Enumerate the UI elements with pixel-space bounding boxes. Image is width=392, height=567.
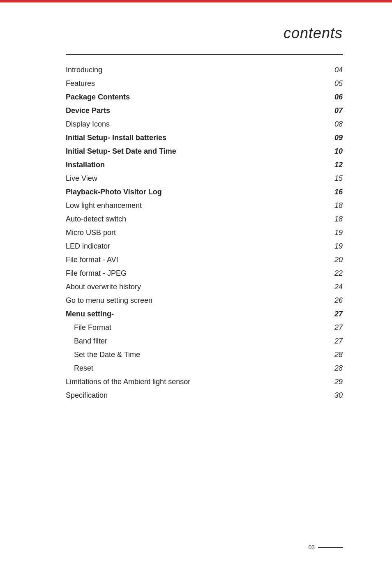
toc-page-band-filter: 27 bbox=[287, 334, 343, 348]
toc-row-initial-setup-install: Initial Setup- Install batteries09 bbox=[66, 131, 343, 145]
toc-row-live-view: Live View15 bbox=[66, 172, 343, 185]
toc-row-features: Features05 bbox=[66, 77, 343, 90]
toc-label-set-date-time: Set the Date & Time bbox=[66, 348, 287, 362]
toc-page-micro-usb: 19 bbox=[287, 226, 343, 240]
toc-label-installation: Installation bbox=[66, 158, 287, 172]
page-title: contents bbox=[284, 25, 343, 42]
toc-row-file-format: File Format27 bbox=[66, 321, 343, 334]
toc-label-file-format-jpeg: File format - JPEG bbox=[66, 267, 287, 280]
toc-page-package-contents: 06 bbox=[287, 90, 343, 104]
toc-label-reset: Reset bbox=[66, 362, 287, 375]
divider bbox=[66, 54, 343, 55]
toc-label-limitations: Limitations of the Ambient light sensor bbox=[66, 375, 287, 389]
toc-page-limitations: 29 bbox=[287, 375, 343, 389]
toc-page-features: 05 bbox=[287, 77, 343, 90]
toc-label-initial-setup-date: Initial Setup- Set Date and Time bbox=[66, 145, 287, 158]
toc-page-installation: 12 bbox=[287, 158, 343, 172]
toc-row-about-overwrite: About overwrite history24 bbox=[66, 280, 343, 294]
toc-label-display-icons: Display Icons bbox=[66, 118, 287, 131]
toc-label-band-filter: Band filter bbox=[66, 334, 287, 348]
toc-row-playback-photo: Playback-Photo Visitor Log16 bbox=[66, 185, 343, 199]
toc-row-limitations: Limitations of the Ambient light sensor2… bbox=[66, 375, 343, 389]
toc-row-menu-setting: Menu setting-27 bbox=[66, 307, 343, 321]
toc-page-low-light: 18 bbox=[287, 199, 343, 212]
toc-page-set-date-time: 28 bbox=[287, 348, 343, 362]
toc-page-file-format-jpeg: 22 bbox=[287, 267, 343, 280]
toc-table: Introducing04Features05Package Contents0… bbox=[66, 63, 343, 402]
footer-line bbox=[318, 547, 343, 548]
toc-page-playback-photo: 16 bbox=[287, 185, 343, 199]
toc-page-go-to-menu: 26 bbox=[287, 294, 343, 307]
toc-row-go-to-menu: Go to menu setting screen26 bbox=[66, 294, 343, 307]
footer: 03 bbox=[308, 544, 343, 551]
footer-page-number: 03 bbox=[308, 544, 315, 551]
toc-page-live-view: 15 bbox=[287, 172, 343, 185]
toc-row-specification: Specification30 bbox=[66, 389, 343, 402]
toc-label-device-parts: Device Parts bbox=[66, 104, 287, 118]
toc-page-led-indicator: 19 bbox=[287, 240, 343, 253]
toc-label-playback-photo: Playback-Photo Visitor Log bbox=[66, 185, 287, 199]
toc-label-auto-detect: Auto-detect switch bbox=[66, 212, 287, 226]
toc-label-micro-usb: Micro USB port bbox=[66, 226, 287, 240]
toc-page-initial-setup-date: 10 bbox=[287, 145, 343, 158]
toc-row-reset: Reset28 bbox=[66, 362, 343, 375]
toc-page-specification: 30 bbox=[287, 389, 343, 402]
toc-row-low-light: Low light enhancement18 bbox=[66, 199, 343, 212]
toc-page-file-format-avi: 20 bbox=[287, 253, 343, 267]
toc-label-file-format: File Format bbox=[66, 321, 287, 334]
toc-label-live-view: Live View bbox=[66, 172, 287, 185]
toc-row-set-date-time: Set the Date & Time28 bbox=[66, 348, 343, 362]
toc-page-introducing: 04 bbox=[287, 63, 343, 77]
toc-label-about-overwrite: About overwrite history bbox=[66, 280, 287, 294]
toc-label-led-indicator: LED indicator bbox=[66, 240, 287, 253]
page-container: contents Introducing04Features05Package … bbox=[0, 0, 392, 435]
title-row: contents bbox=[66, 25, 343, 42]
toc-label-menu-setting: Menu setting- bbox=[66, 307, 287, 321]
toc-row-introducing: Introducing04 bbox=[66, 63, 343, 77]
toc-page-initial-setup-install: 09 bbox=[287, 131, 343, 145]
toc-page-file-format: 27 bbox=[287, 321, 343, 334]
toc-page-reset: 28 bbox=[287, 362, 343, 375]
toc-row-file-format-avi: File format - AVI20 bbox=[66, 253, 343, 267]
toc-label-initial-setup-install: Initial Setup- Install batteries bbox=[66, 131, 287, 145]
toc-row-file-format-jpeg: File format - JPEG22 bbox=[66, 267, 343, 280]
toc-row-package-contents: Package Contents06 bbox=[66, 90, 343, 104]
toc-label-go-to-menu: Go to menu setting screen bbox=[66, 294, 287, 307]
toc-row-installation: Installation12 bbox=[66, 158, 343, 172]
toc-label-features: Features bbox=[66, 77, 287, 90]
toc-page-about-overwrite: 24 bbox=[287, 280, 343, 294]
toc-page-display-icons: 08 bbox=[287, 118, 343, 131]
toc-page-menu-setting: 27 bbox=[287, 307, 343, 321]
toc-label-file-format-avi: File format - AVI bbox=[66, 253, 287, 267]
toc-label-introducing: Introducing bbox=[66, 63, 287, 77]
toc-row-band-filter: Band filter27 bbox=[66, 334, 343, 348]
toc-row-display-icons: Display Icons08 bbox=[66, 118, 343, 131]
toc-row-initial-setup-date: Initial Setup- Set Date and Time10 bbox=[66, 145, 343, 158]
toc-row-device-parts: Device Parts07 bbox=[66, 104, 343, 118]
toc-page-device-parts: 07 bbox=[287, 104, 343, 118]
toc-page-auto-detect: 18 bbox=[287, 212, 343, 226]
toc-label-low-light: Low light enhancement bbox=[66, 199, 287, 212]
toc-row-micro-usb: Micro USB port19 bbox=[66, 226, 343, 240]
toc-label-specification: Specification bbox=[66, 389, 287, 402]
toc-row-auto-detect: Auto-detect switch18 bbox=[66, 212, 343, 226]
toc-row-led-indicator: LED indicator19 bbox=[66, 240, 343, 253]
toc-label-package-contents: Package Contents bbox=[66, 90, 287, 104]
